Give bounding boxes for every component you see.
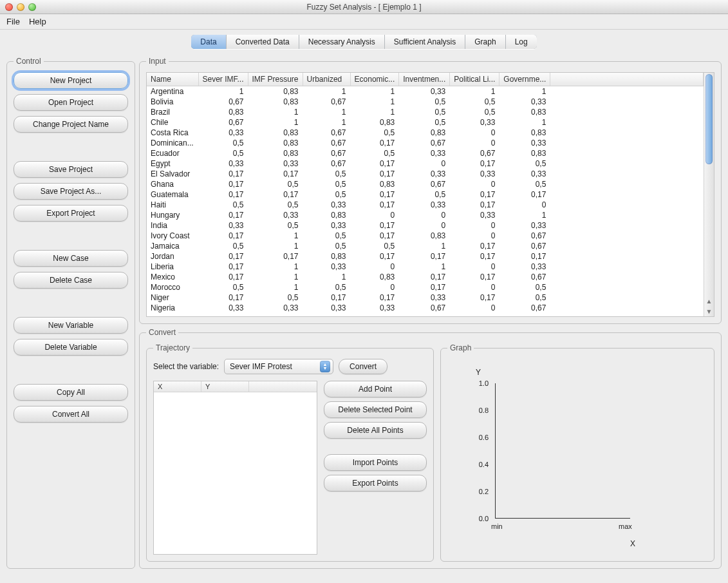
save-project-button[interactable]: Save Project: [14, 161, 128, 178]
table-row[interactable]: Mexico0,17110,830,170,170,67: [147, 272, 704, 282]
menu-help[interactable]: Help: [29, 17, 46, 26]
input-column-header[interactable]: Inventmen...: [399, 73, 450, 86]
cell-name: Mexico: [147, 272, 198, 282]
delete-selected-point-button[interactable]: Delete Selected Point: [324, 401, 427, 418]
cell-value: 0: [350, 282, 399, 292]
cell-name: Haiti: [147, 200, 198, 210]
input-column-header[interactable]: Political Li...: [450, 73, 499, 86]
table-row[interactable]: Egypt0,330,330,670,1700,170,5: [147, 158, 704, 169]
xy-table[interactable]: X Y: [153, 381, 317, 555]
cell-value: 0,83: [499, 107, 550, 117]
cell-value: 0,5: [399, 189, 450, 200]
table-row[interactable]: Bolivia0,670,830,6710,50,50,33: [147, 97, 704, 107]
table-row[interactable]: Morocco0,510,500,1700,5: [147, 282, 704, 292]
tab-sufficient[interactable]: Sufficient Analysis: [385, 35, 466, 49]
table-row[interactable]: India0,330,50,330,17000,33: [147, 220, 704, 231]
new-variable-button[interactable]: New Variable: [14, 317, 128, 334]
cell-name: El Salvador: [147, 169, 198, 179]
cell-value: 0,33: [399, 292, 450, 303]
table-row[interactable]: Argentina10,83110,3311: [147, 86, 704, 97]
table-row[interactable]: Costa Rica0,330,830,670,50,8300,83: [147, 128, 704, 138]
convert-all-button[interactable]: Convert All: [14, 406, 128, 423]
new-case-button[interactable]: New Case: [14, 250, 128, 267]
table-row[interactable]: Brazil0,831110,50,50,83: [147, 107, 704, 117]
input-column-header[interactable]: IMF Pressure: [248, 73, 303, 86]
table-row[interactable]: Liberia0,1710,330100,33: [147, 262, 704, 272]
tab-graph[interactable]: Graph: [465, 35, 505, 49]
table-row[interactable]: Jordan0,170,170,830,170,170,170,17: [147, 251, 704, 262]
change-project-name-button[interactable]: Change Project Name: [14, 116, 128, 133]
table-row[interactable]: Ghana0,170,50,50,830,6700,5: [147, 179, 704, 189]
scroll-up-icon[interactable]: ▲: [704, 296, 714, 306]
cell-value: 0,5: [399, 97, 450, 107]
cell-value: 0: [450, 282, 499, 292]
cell-value: 0: [350, 262, 399, 272]
delete-variable-button[interactable]: Delete Variable: [14, 339, 128, 356]
input-column-header[interactable]: Name: [147, 73, 198, 86]
add-point-button[interactable]: Add Point: [324, 381, 427, 397]
table-row[interactable]: Jamaica0,510,50,510,170,67: [147, 241, 704, 251]
open-project-button[interactable]: Open Project: [14, 94, 128, 111]
cell-value: 0,5: [303, 241, 350, 251]
table-row[interactable]: Chile0,67110,830,50,331: [147, 117, 704, 128]
input-scrollbar[interactable]: ▲ ▼: [704, 73, 714, 316]
copy-all-button[interactable]: Copy All: [14, 384, 128, 401]
cell-value: 0,33: [303, 220, 350, 231]
tab-necessary[interactable]: Necessary Analysis: [299, 35, 385, 49]
table-row[interactable]: Dominican...0,50,830,670,170,6700,33: [147, 138, 704, 148]
window-title: Fuzzy Set Analysis - [ Ejemplo 1 ]: [0, 3, 728, 12]
cell-name: Guatemala: [147, 189, 198, 200]
menu-file[interactable]: File: [6, 17, 20, 26]
table-row[interactable]: Ecuador0,50,830,670,50,330,670,83: [147, 148, 704, 158]
table-row[interactable]: Guatemala0,170,170,50,170,50,170,17: [147, 189, 704, 200]
table-row[interactable]: El Salvador0,170,170,50,170,330,330,33: [147, 169, 704, 179]
cell-value: 0,33: [499, 262, 550, 272]
table-row[interactable]: Hungary0,170,330,83000,331: [147, 210, 704, 220]
tab-log[interactable]: Log: [506, 35, 537, 49]
import-points-button[interactable]: Import Points: [324, 454, 427, 471]
cell-value: 0,17: [399, 282, 450, 292]
table-row[interactable]: Ivory Coast0,1710,50,170,8300,67: [147, 231, 704, 241]
cell-value: 0,33: [450, 117, 499, 128]
scrollbar-thumb[interactable]: [705, 74, 713, 164]
cell-name: Dominican...: [147, 138, 198, 148]
cell-value: 0,5: [399, 107, 450, 117]
cell-value: 1: [303, 86, 350, 97]
cell-value: 0,17: [198, 251, 248, 262]
export-points-button[interactable]: Export Points: [324, 475, 427, 492]
cell-value: 0,17: [450, 200, 499, 210]
input-column-header[interactable]: Urbanized: [303, 73, 350, 86]
delete-case-button[interactable]: Delete Case: [14, 272, 128, 289]
table-row[interactable]: Niger0,170,50,170,170,330,170,5: [147, 292, 704, 303]
tab-data[interactable]: Data: [191, 35, 226, 49]
convert-button[interactable]: Convert: [339, 359, 387, 374]
table-row[interactable]: Nigeria0,330,330,330,330,6700,67: [147, 303, 704, 313]
variable-select[interactable]: Sever IMF Protest ▲▼: [224, 359, 333, 374]
cell-value: 0,5: [303, 189, 350, 200]
input-panel: Input NameSever IMF...IMF PressureUrbani…: [139, 57, 722, 324]
cell-value: 1: [350, 97, 399, 107]
table-row[interactable]: Haiti0,50,50,330,170,330,170: [147, 200, 704, 210]
cell-value: 0,67: [499, 241, 550, 251]
cell-value: 0,17: [198, 231, 248, 241]
cell-value: 0,67: [303, 128, 350, 138]
new-project-button[interactable]: New Project: [14, 72, 128, 89]
save-project-as-button[interactable]: Save Project As...: [14, 183, 128, 200]
input-column-header[interactable]: Economic...: [350, 73, 399, 86]
input-column-header-filler: [550, 73, 704, 86]
cell-value: 0,5: [450, 97, 499, 107]
cell-value: 1: [399, 241, 450, 251]
cell-value: 0,17: [450, 189, 499, 200]
delete-all-points-button[interactable]: Delete All Points: [324, 422, 427, 439]
tab-converted[interactable]: Converted Data: [227, 35, 299, 49]
input-table[interactable]: NameSever IMF...IMF PressureUrbanizedEco…: [147, 73, 704, 313]
cell-value: 0: [450, 179, 499, 189]
input-column-header[interactable]: Sever IMF...: [198, 73, 248, 86]
scroll-down-icon[interactable]: ▼: [704, 306, 714, 316]
chart-ytick: 0.4: [469, 461, 489, 468]
input-column-header[interactable]: Governme...: [499, 73, 550, 86]
cell-value: 0: [450, 303, 499, 313]
cell-value: 0,5: [350, 148, 399, 158]
export-project-button[interactable]: Export Project: [14, 205, 128, 222]
cell-value: 1: [450, 86, 499, 97]
